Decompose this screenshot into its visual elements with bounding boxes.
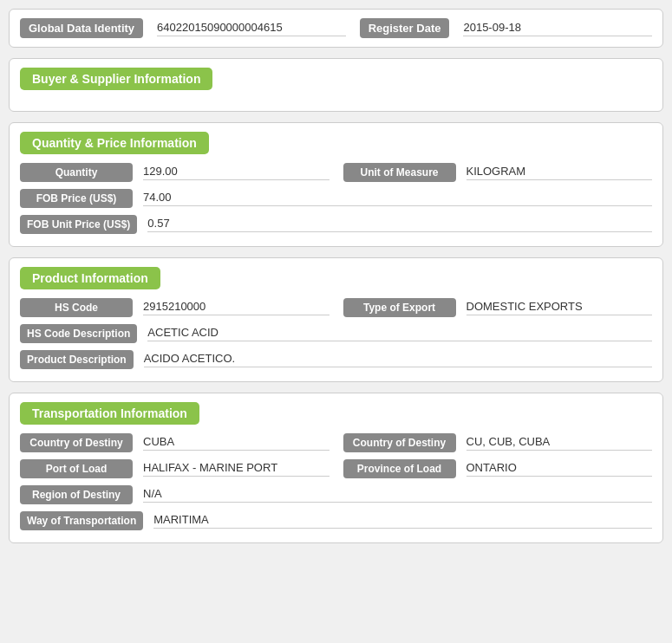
register-date-value: 2015-09-18 bbox=[463, 21, 652, 36]
fob-unit-price-value: 0.57 bbox=[147, 217, 652, 232]
global-data-identity-label: Global Data Identity bbox=[20, 18, 143, 38]
province-of-load-label: Province of Load bbox=[343, 459, 456, 478]
quantity-value: 129.00 bbox=[143, 165, 329, 180]
product-desc-value: ACIDO ACETICO. bbox=[144, 352, 652, 367]
product-header: Product Information bbox=[20, 267, 160, 289]
quantity-price-card: Quantity & Price Information Quantity 12… bbox=[9, 122, 663, 247]
quantity-half: Quantity 129.00 bbox=[20, 163, 329, 182]
unit-of-measure-half: Unit of Measure KILOGRAM bbox=[343, 163, 653, 182]
hs-code-value: 2915210000 bbox=[143, 300, 329, 315]
quantity-price-fields: Quantity 129.00 Unit of Measure KILOGRAM… bbox=[20, 163, 652, 234]
fob-price-label: FOB Price (US$) bbox=[20, 189, 133, 208]
product-desc-label: Product Description bbox=[20, 350, 134, 369]
country-destiny-label1: Country of Destiny bbox=[20, 433, 133, 452]
port-province-row: Port of Load HALIFAX - MARINE PORT Provi… bbox=[20, 459, 652, 478]
buyer-supplier-card: Buyer & Supplier Information bbox=[9, 58, 663, 112]
port-of-load-label: Port of Load bbox=[20, 459, 133, 478]
hs-code-desc-row: HS Code Description ACETIC ACID bbox=[20, 324, 652, 343]
province-of-load-value: ONTARIO bbox=[466, 461, 653, 477]
hs-code-desc-value: ACETIC ACID bbox=[147, 326, 652, 341]
hs-code-desc-label: HS Code Description bbox=[20, 324, 137, 343]
country-destiny-row: Country of Destiny CUBA Country of Desti… bbox=[20, 433, 652, 452]
country-destiny-value1: CUBA bbox=[143, 435, 329, 451]
quantity-unit-row: Quantity 129.00 Unit of Measure KILOGRAM bbox=[20, 163, 652, 182]
fob-price-value: 74.00 bbox=[143, 191, 652, 206]
hs-code-half: HS Code 2915210000 bbox=[20, 298, 329, 317]
unit-of-measure-label: Unit of Measure bbox=[343, 163, 456, 182]
way-transportation-label: Way of Transportation bbox=[20, 511, 143, 530]
unit-of-measure-value: KILOGRAM bbox=[466, 165, 653, 180]
register-date-label: Register Date bbox=[360, 18, 450, 38]
port-of-load-half: Port of Load HALIFAX - MARINE PORT bbox=[20, 459, 329, 478]
type-of-export-value: DOMESTIC EXPORTS bbox=[466, 300, 653, 315]
product-fields: HS Code 2915210000 Type of Export DOMEST… bbox=[20, 298, 652, 369]
transportation-card: Transportation Information Country of De… bbox=[9, 393, 663, 543]
region-destiny-row: Region of Destiny N/A bbox=[20, 485, 652, 504]
country-destiny-half2: Country of Destiny CU, CUB, CUBA bbox=[343, 433, 653, 452]
product-desc-row: Product Description ACIDO ACETICO. bbox=[20, 350, 652, 369]
type-of-export-label: Type of Export bbox=[343, 298, 456, 317]
quantity-price-header: Quantity & Price Information bbox=[20, 132, 209, 154]
quantity-label: Quantity bbox=[20, 163, 133, 182]
province-of-load-half: Province of Load ONTARIO bbox=[343, 459, 653, 478]
way-transportation-value: MARITIMA bbox=[153, 513, 652, 529]
fob-unit-price-label: FOB Unit Price (US$) bbox=[20, 215, 137, 234]
top-card: Global Data Identity 6402201509000000461… bbox=[9, 9, 663, 48]
transportation-header: Transportation Information bbox=[20, 402, 199, 425]
hs-code-export-row: HS Code 2915210000 Type of Export DOMEST… bbox=[20, 298, 652, 317]
global-data-identity-value: 64022015090000004615 bbox=[157, 21, 346, 36]
fob-unit-price-row: FOB Unit Price (US$) 0.57 bbox=[20, 215, 652, 234]
fob-price-row: FOB Price (US$) 74.00 bbox=[20, 189, 652, 208]
region-destiny-label: Region of Destiny bbox=[20, 485, 133, 504]
type-of-export-half: Type of Export DOMESTIC EXPORTS bbox=[343, 298, 653, 317]
way-transportation-row: Way of Transportation MARITIMA bbox=[20, 511, 652, 530]
port-of-load-value: HALIFAX - MARINE PORT bbox=[143, 461, 329, 477]
country-destiny-value2: CU, CUB, CUBA bbox=[466, 435, 653, 451]
hs-code-label: HS Code bbox=[20, 298, 133, 317]
region-destiny-value: N/A bbox=[143, 487, 652, 503]
transportation-fields: Country of Destiny CUBA Country of Desti… bbox=[20, 433, 652, 530]
product-card: Product Information HS Code 2915210000 T… bbox=[9, 257, 663, 382]
country-destiny-half1: Country of Destiny CUBA bbox=[20, 433, 329, 452]
buyer-supplier-header: Buyer & Supplier Information bbox=[20, 68, 212, 90]
country-destiny-label2: Country of Destiny bbox=[343, 433, 456, 452]
